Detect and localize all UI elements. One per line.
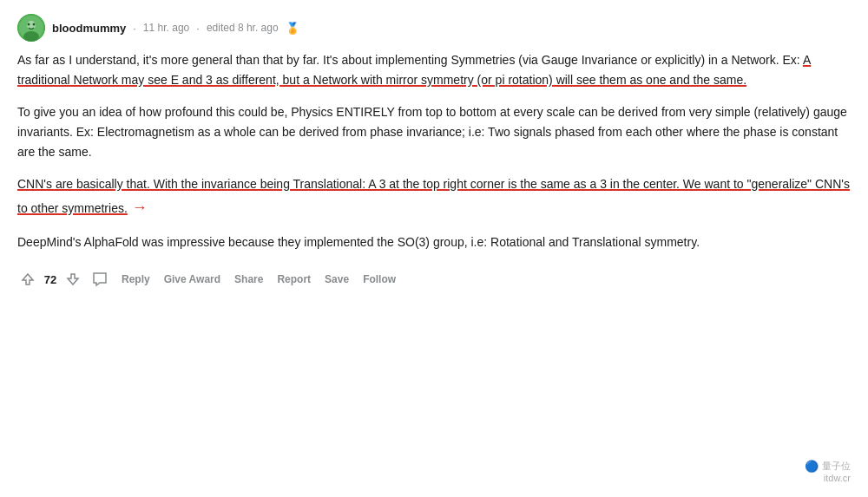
downvote-button[interactable]: [62, 269, 83, 290]
reply-button[interactable]: Reply: [116, 270, 155, 289]
paragraph-1: As far as I understand, it's more genera…: [17, 50, 851, 90]
svg-point-5: [33, 23, 36, 26]
upvote-button[interactable]: [17, 269, 38, 290]
comment-body: As far as I understand, it's more genera…: [17, 50, 851, 252]
edited-emoji: 🏅: [286, 22, 299, 35]
vote-count: 72: [42, 273, 59, 286]
edited-label: edited 8 hr. ago: [207, 22, 279, 34]
paragraph-4: DeepMind's AlphaFold was impressive beca…: [17, 232, 851, 252]
follow-button[interactable]: Follow: [358, 270, 401, 289]
action-bar: 72 Reply Give Award Share Repo: [17, 265, 851, 291]
highlighted-text-1: A traditional Network may see E and 3 as…: [17, 53, 811, 87]
paragraph-2: To give you an idea of how profound this…: [17, 102, 851, 162]
timestamp: 11 hr. ago: [143, 22, 189, 34]
username[interactable]: bloodmummy: [52, 22, 126, 35]
paragraph-3: CNN's are basically that. With the invar…: [17, 174, 851, 220]
svg-point-4: [28, 23, 30, 26]
meta-dot-2: ·: [196, 22, 200, 35]
vote-section: 72: [17, 269, 83, 290]
svg-point-3: [23, 31, 39, 42]
save-button[interactable]: Save: [319, 270, 354, 289]
comment-header: bloodmummy · 11 hr. ago · edited 8 hr. a…: [17, 14, 851, 42]
give-award-button[interactable]: Give Award: [159, 270, 226, 289]
share-button[interactable]: Share: [229, 270, 268, 289]
comment-icon-button[interactable]: [87, 268, 113, 291]
meta-dot-1: ·: [133, 22, 136, 35]
avatar: [17, 14, 45, 42]
annotation-arrow: →: [128, 199, 148, 216]
report-button[interactable]: Report: [272, 270, 316, 289]
comment-card: bloodmummy · 11 hr. ago · edited 8 hr. a…: [0, 0, 868, 301]
